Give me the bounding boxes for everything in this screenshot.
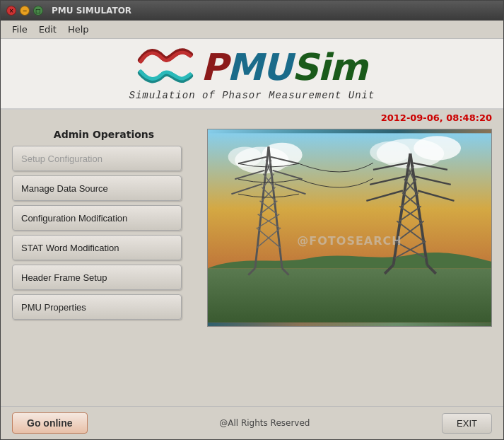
manage-data-source-button[interactable]: Manage Data Source <box>12 175 182 201</box>
logo-p: P <box>201 46 227 88</box>
configuration-modification-button[interactable]: Configuration Modification <box>12 205 182 231</box>
maximize-button[interactable]: □ <box>33 6 43 16</box>
svg-point-3 <box>228 146 262 167</box>
app-window: × − □ PMU SIMULATOR File Edit Help <box>0 0 504 440</box>
menu-bar: File Edit Help <box>1 21 503 39</box>
header-frame-setup-button[interactable]: Header Frame Setup <box>12 265 182 290</box>
datetime-bar: 2012-09-06, 08:48:20 <box>1 110 503 126</box>
maximize-icon: □ <box>35 8 41 14</box>
header-banner: PMUSim Simulation of Phasor Measurement … <box>1 39 503 110</box>
tower-svg <box>208 129 491 326</box>
close-button[interactable]: × <box>6 6 16 16</box>
logo-text: PMUSim <box>201 49 368 86</box>
logo-container: PMUSim Simulation of Phasor Measurement … <box>129 46 375 101</box>
exit-button[interactable]: EXIT <box>442 413 492 434</box>
middle-section: Admin Operations Setup Configuration Man… <box>1 126 503 330</box>
logo-mu: MU <box>227 46 292 88</box>
tower-image: @FOTOSEARCH <box>207 129 492 327</box>
datetime-text: 2012-09-06, 08:48:20 <box>381 112 492 123</box>
svg-rect-7 <box>208 268 491 322</box>
admin-buttons: Setup Configuration Manage Data Source C… <box>12 146 196 320</box>
copyright-text: @All Rights Reserved <box>219 418 310 428</box>
menu-file[interactable]: File <box>6 23 33 36</box>
logo-wave-icon <box>137 46 194 88</box>
title-bar-buttons: × − □ <box>6 6 43 16</box>
menu-edit[interactable]: Edit <box>33 23 62 36</box>
logo-subtitle: Simulation of Phasor Measurement Unit <box>129 90 375 101</box>
admin-panel: Admin Operations Setup Configuration Man… <box>12 129 196 327</box>
pmu-properties-button[interactable]: PMU Properties <box>12 294 182 320</box>
logo-top: PMUSim <box>137 46 368 88</box>
minimize-button[interactable]: − <box>20 6 30 16</box>
minimize-icon: − <box>23 8 28 14</box>
go-online-button[interactable]: Go online <box>12 412 88 434</box>
title-bar: × − □ PMU SIMULATOR <box>1 1 503 21</box>
title-bar-text: PMU SIMULATOR <box>52 6 131 16</box>
admin-title: Admin Operations <box>54 129 154 140</box>
svg-point-6 <box>370 141 410 163</box>
svg-point-5 <box>414 136 461 160</box>
setup-configuration-button[interactable]: Setup Configuration <box>12 146 182 171</box>
close-icon: × <box>9 8 14 14</box>
menu-help[interactable]: Help <box>62 23 95 36</box>
stat-word-modification-button[interactable]: STAT Word Modification <box>12 235 182 260</box>
watermark-text: @FOTOSEARCH <box>297 234 402 248</box>
footer: Go online @All Rights Reserved EXIT <box>1 406 503 439</box>
logo-sim: Sim <box>292 46 367 88</box>
